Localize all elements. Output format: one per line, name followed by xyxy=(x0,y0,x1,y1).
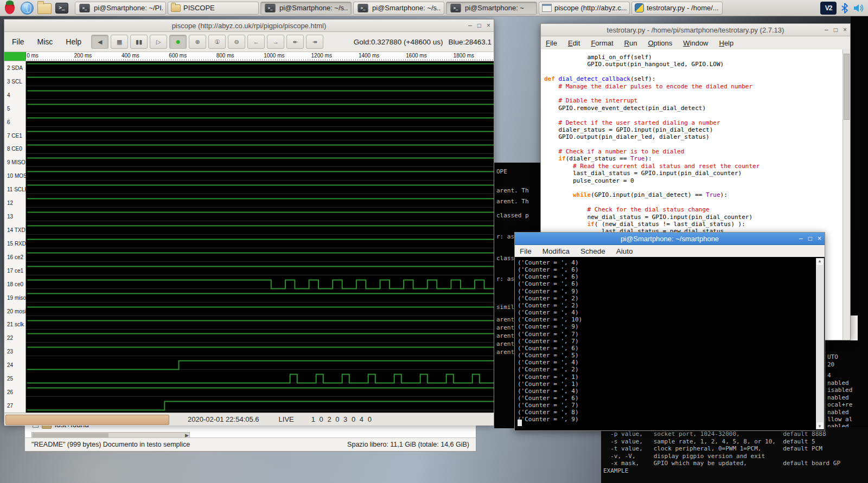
zoom-out-icon[interactable]: ⊖ xyxy=(228,35,245,49)
maximize-icon[interactable]: □ xyxy=(834,26,838,34)
gpio-label: 23 xyxy=(4,345,25,358)
speaker-icon[interactable]: ◀ xyxy=(91,35,108,49)
ruler-tick-label: 600 ms xyxy=(169,53,187,59)
vnc-icon[interactable]: V2 xyxy=(820,2,837,15)
gpio-label: 16 ce2 xyxy=(4,250,25,264)
raspberry-menu-icon[interactable] xyxy=(2,1,17,15)
taskbar-window-button[interactable]: pi@Smartphone: ~/s... xyxy=(260,2,352,15)
gpio-label: 7 CE1 xyxy=(4,129,25,143)
terminal-body[interactable]: ('Counter = ', 4) ('Counter = ', 6) ('Co… xyxy=(515,257,825,430)
menu-item-file[interactable]: File xyxy=(541,37,562,49)
taskbar-window-button[interactable]: piscope (http://abyz.c... xyxy=(539,2,630,15)
menu-item-file[interactable]: File xyxy=(515,246,537,257)
background-fragment: 4 xyxy=(827,372,831,379)
gpio-label: 2 SDA xyxy=(4,61,25,75)
terminal-icon xyxy=(265,4,275,12)
gpio-trace-row xyxy=(26,264,494,278)
menu-item-format[interactable]: Format xyxy=(586,37,618,49)
web-browser-icon[interactable] xyxy=(20,1,35,15)
play-icon[interactable]: ▷ xyxy=(150,35,167,49)
taskbar-window-button[interactable]: pi@Smartphone: ~/PI... xyxy=(75,2,166,15)
background-fragment: arent. Th xyxy=(496,198,529,205)
taskbar-window-button[interactable]: pi@Smartphone: ~ xyxy=(446,2,537,15)
scroll-up-icon[interactable]: ▲ xyxy=(818,259,822,263)
menu-item-help[interactable]: Help xyxy=(714,37,739,49)
terminal-titlebar[interactable]: pi@Smartphone: ~/smartphone – □ × xyxy=(515,233,825,245)
file-manager-icon[interactable] xyxy=(37,1,52,15)
close-icon[interactable]: × xyxy=(487,22,490,29)
ruler-tick-label: 0 ms xyxy=(27,53,39,59)
background-fragment: simil xyxy=(496,304,514,311)
gpio-trace-row xyxy=(26,210,494,223)
minimize-icon[interactable]: – xyxy=(799,235,803,242)
back-arrow-icon[interactable]: ← xyxy=(247,35,265,49)
close-icon[interactable]: × xyxy=(818,235,821,242)
menu-item-help[interactable]: Help xyxy=(60,35,87,48)
menu-item-aiuto[interactable]: Aiuto xyxy=(611,246,638,257)
menu-item-modifica[interactable]: Modifica xyxy=(538,246,575,257)
taskbar-window-button[interactable]: pi@Smartphone: ~/s... xyxy=(353,2,444,15)
menu-item-misc[interactable]: Misc xyxy=(32,35,59,48)
capture-timestamp: 2020-02-01 22:54:05.6 xyxy=(188,415,259,423)
menu-item-edit[interactable]: Edit xyxy=(563,37,585,49)
code-line: GPIO.output(pin_dialer_led, dialer_statu… xyxy=(544,133,843,140)
close-icon[interactable]: × xyxy=(843,26,847,34)
gpio-label: 8 CE0 xyxy=(4,143,25,156)
background-fragment: OPE xyxy=(496,168,507,175)
pigpio-help-terminal[interactable]: -p value, socket port, 1024-32000, defau… xyxy=(601,427,868,483)
terminal-icon xyxy=(79,4,90,12)
piscope-time-ruler: 0 ms200 ms400 ms600 ms800 ms1000 ms1200 … xyxy=(4,52,494,61)
gpio-label: 10 MOSI xyxy=(4,169,25,183)
scrollbar-thumb[interactable] xyxy=(817,265,823,422)
piscope-titlebar[interactable]: piscope (http://abyz.co.uk/rpi/pigpio/pi… xyxy=(4,20,494,32)
gpio-trace-row xyxy=(26,278,494,291)
taskbar-window-label: pi@Smartphone: ~/PI... xyxy=(94,4,163,12)
gpio-waveform-plot[interactable] xyxy=(26,61,494,413)
goto-end-icon[interactable]: ↠ xyxy=(306,35,323,49)
gpio-trace-row xyxy=(26,223,494,237)
scrollbar-thumb[interactable] xyxy=(844,54,850,120)
record-icon[interactable]: ● xyxy=(169,35,187,49)
piscope-hscroll-thumb[interactable] xyxy=(5,415,169,425)
gpio-trace-row xyxy=(26,115,494,129)
code-line: # Detect if the user started dialing a n… xyxy=(544,119,843,126)
zoom-in-icon[interactable]: ⊕ xyxy=(189,35,206,49)
terminal-launcher-icon[interactable] xyxy=(54,1,69,15)
taskbar-window-label: testrotary.py - /home/... xyxy=(647,4,719,12)
menu-item-window[interactable]: Window xyxy=(678,37,713,49)
gpio-trace-row xyxy=(26,305,494,318)
goto-start-icon[interactable]: ↞ xyxy=(286,35,304,49)
taskbar-windows: pi@Smartphone: ~/PI...PISCOPEpi@Smartpho… xyxy=(75,2,818,15)
volume-icon[interactable] xyxy=(853,3,865,13)
menu-item-run[interactable]: Run xyxy=(620,37,642,49)
maximize-icon[interactable]: □ xyxy=(808,235,812,242)
idle-scrollbar[interactable] xyxy=(843,49,850,340)
bluetooth-icon[interactable] xyxy=(841,3,848,14)
pause-icon[interactable]: ▮▮ xyxy=(130,35,148,49)
terminal-scrollbar[interactable]: ▲ ▼ xyxy=(816,258,824,429)
code-line: while(GPIO.input(pin_dial_detect) == Tru… xyxy=(544,191,843,198)
minimize-icon[interactable]: – xyxy=(468,22,472,29)
piscope-toolbar: FileMiscHelp ◀▦▮▮▷●⊕①⊖←→↞↠ Gold:0.327880… xyxy=(4,32,494,52)
taskbar-window-button[interactable]: testrotary.py - /home/... xyxy=(631,2,723,15)
code-line: # Manage the dialer pulses to encode the… xyxy=(544,83,843,90)
scroll-down-icon[interactable]: ▼ xyxy=(818,424,822,429)
menu-item-file[interactable]: File xyxy=(7,35,30,48)
menu-item-schede[interactable]: Schede xyxy=(576,246,610,257)
gpio-trace-row xyxy=(26,358,494,372)
maximize-icon[interactable]: □ xyxy=(477,22,481,29)
menu-item-options[interactable]: Options xyxy=(643,37,677,49)
forward-arrow-icon[interactable]: → xyxy=(267,35,284,49)
code-line xyxy=(544,112,843,119)
background-fragment: ocal+re xyxy=(827,401,852,408)
sample-buffer-indicator xyxy=(4,52,26,61)
minimize-icon[interactable]: – xyxy=(825,26,828,34)
zoom-one-icon[interactable]: ① xyxy=(208,35,226,49)
screen-icon[interactable]: ▦ xyxy=(111,35,128,49)
gpio-label: 18 ce0 xyxy=(4,278,25,291)
taskbar-window-button[interactable]: PISCOPE xyxy=(168,2,259,15)
idle-titlebar[interactable]: testrotary.py - /home/pi/smartphone/test… xyxy=(541,24,850,36)
terminal-menubar: FileModificaSchedeAiuto xyxy=(515,245,825,257)
gpio-trace-row xyxy=(26,102,494,115)
blue-cursor-readout: Blue:28463.1 xyxy=(448,38,492,46)
